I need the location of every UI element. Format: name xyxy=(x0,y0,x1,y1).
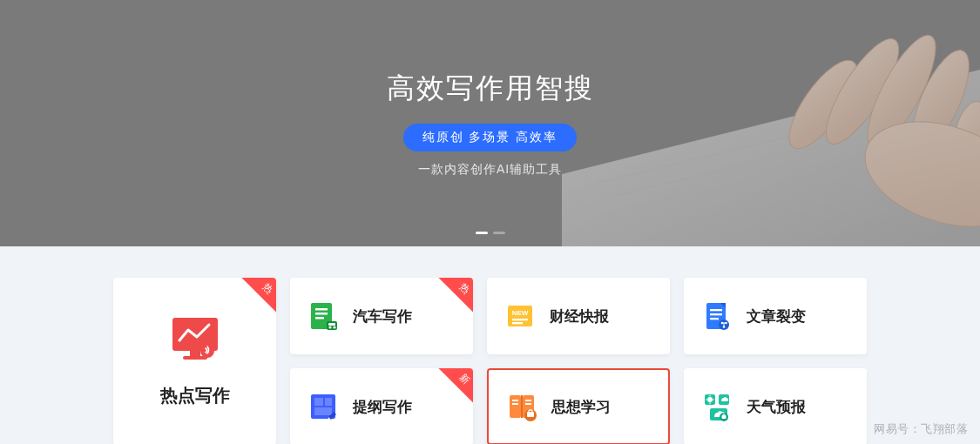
card-car-writing[interactable]: 热 汽车写作 xyxy=(290,278,473,354)
svg-point-9 xyxy=(948,98,980,180)
svg-rect-30 xyxy=(710,313,722,315)
chart-monitor-icon xyxy=(171,316,220,360)
card-article-split[interactable]: 文章裂变 xyxy=(684,278,867,354)
svg-point-10 xyxy=(852,103,980,245)
card-label: 思想学习 xyxy=(551,397,611,417)
hot-badge: 热 xyxy=(241,278,276,313)
svg-marker-0 xyxy=(562,52,980,246)
svg-point-7 xyxy=(855,27,948,156)
card-label: 提纲写作 xyxy=(353,397,412,417)
new-tag-icon: NEW xyxy=(504,300,536,332)
card-label: 文章裂变 xyxy=(747,306,806,326)
card-weather-forecast[interactable]: 天气预报 xyxy=(684,368,867,444)
svg-rect-42 xyxy=(521,395,523,418)
svg-point-21 xyxy=(333,326,335,328)
svg-line-3 xyxy=(632,113,980,209)
svg-text:NEW: NEW xyxy=(512,309,529,317)
carousel-pager[interactable] xyxy=(476,232,505,234)
pager-dot-1[interactable] xyxy=(476,232,488,234)
new-badge: 新 xyxy=(438,368,473,403)
svg-rect-22 xyxy=(328,323,335,326)
svg-rect-45 xyxy=(525,400,531,401)
hero-pill: 纯原创 多场景 高效率 xyxy=(403,124,578,151)
svg-point-20 xyxy=(328,326,331,328)
svg-rect-44 xyxy=(512,403,518,405)
svg-rect-17 xyxy=(315,313,328,315)
card-thought-study[interactable]: 思想学习 xyxy=(487,368,670,444)
svg-rect-18 xyxy=(315,317,324,320)
card-label: 汽车写作 xyxy=(353,306,412,326)
svg-point-5 xyxy=(778,50,869,158)
svg-line-4 xyxy=(649,129,980,222)
svg-rect-40 xyxy=(510,395,521,418)
category-cards: 热 热点写作 热 汽车写作 xyxy=(0,246,980,444)
book-orange-icon xyxy=(506,391,537,422)
svg-rect-38 xyxy=(325,398,332,406)
hero-banner: 高效写作用智搜 纯原创 多场景 高效率 一款内容创作AI辅助工具 xyxy=(0,0,980,246)
hero-title: 高效写作用智搜 xyxy=(387,70,594,108)
pager-dot-2[interactable] xyxy=(493,232,505,234)
watermark: 网易号：飞翔部落 xyxy=(874,421,968,437)
card-label: 天气预报 xyxy=(747,397,806,417)
doc-blue-icon xyxy=(701,300,733,332)
layout-blue-icon xyxy=(308,391,339,422)
svg-point-6 xyxy=(814,30,911,153)
svg-point-51 xyxy=(707,397,713,402)
svg-rect-31 xyxy=(710,318,719,320)
svg-rect-16 xyxy=(315,308,328,311)
svg-point-8 xyxy=(902,43,980,157)
svg-rect-26 xyxy=(512,322,523,324)
doc-green-icon xyxy=(308,300,339,332)
svg-rect-29 xyxy=(710,309,722,311)
svg-line-2 xyxy=(614,98,980,196)
svg-rect-43 xyxy=(512,400,518,401)
hero-background-image xyxy=(562,0,980,246)
svg-rect-37 xyxy=(314,398,323,406)
card-label: 热点写作 xyxy=(160,384,230,407)
hero-subtitle: 一款内容创作AI辅助工具 xyxy=(418,162,562,178)
hot-badge: 热 xyxy=(438,278,473,313)
svg-line-1 xyxy=(597,83,980,183)
svg-rect-39 xyxy=(314,407,332,415)
svg-rect-25 xyxy=(512,319,528,320)
svg-rect-12 xyxy=(190,351,200,356)
svg-rect-46 xyxy=(525,403,531,405)
card-hot-writing[interactable]: 热 热点写作 xyxy=(113,278,276,444)
card-finance-news[interactable]: NEW 财经快报 xyxy=(487,278,670,354)
weather-icon xyxy=(701,391,733,422)
card-outline-writing[interactable]: 新 提纲写作 xyxy=(290,368,473,444)
card-label: 财经快报 xyxy=(550,306,609,326)
